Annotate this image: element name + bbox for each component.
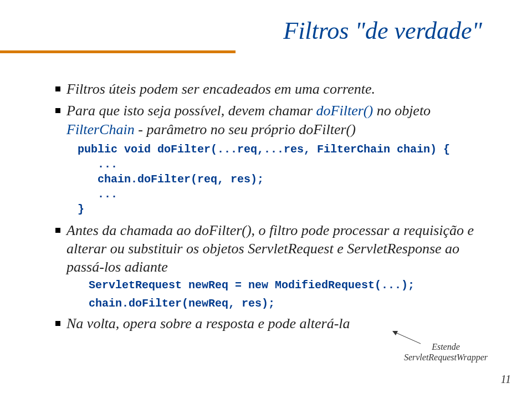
orange-rule [0, 50, 236, 53]
note-line-1: Estende [404, 341, 488, 352]
bullet-2-text-pre: Para que isto seja possível, devem chama… [66, 103, 316, 119]
code-line-2b: chain.doFilter(newReq, res); [89, 296, 477, 311]
code-block-1: public void doFilter(...req,...res, Filt… [78, 142, 477, 217]
bullet-3: Antes da chamada ao doFilter(), o filtro… [55, 221, 477, 311]
bullet-2-dofilter: doFilter() [316, 103, 374, 119]
slide: Filtros "de verdade" Filtros úteis podem… [0, 0, 532, 398]
slide-title: Filtros "de verdade" [283, 17, 482, 44]
bullet-2-filterchain: FilterChain [66, 121, 135, 137]
content: Filtros úteis podem ser encadeados em um… [55, 80, 493, 333]
bullet-1: Filtros úteis podem ser encadeados em um… [55, 80, 477, 98]
bullet-2-text-post: - parâmetro no seu próprio doFilter() [135, 121, 356, 137]
bullet-2-text-mid: no objeto [373, 103, 431, 119]
title-bar: Filtros "de verdade" [55, 17, 493, 45]
bullet-list: Filtros úteis podem ser encadeados em um… [55, 80, 477, 333]
note: Estende ServletRequestWrapper [404, 341, 488, 363]
code-line-2a: ServletRequest newReq = new ModifiedRequ… [89, 278, 477, 293]
bullet-2: Para que isto seja possível, devem chama… [55, 101, 477, 217]
bullet-3-text: Antes da chamada ao doFilter(), o filtro… [66, 222, 474, 275]
page-number: 11 [500, 373, 511, 386]
bullet-4: Na volta, opera sobre a resposta e pode … [55, 314, 477, 333]
note-line-2: ServletRequestWrapper [404, 352, 488, 363]
